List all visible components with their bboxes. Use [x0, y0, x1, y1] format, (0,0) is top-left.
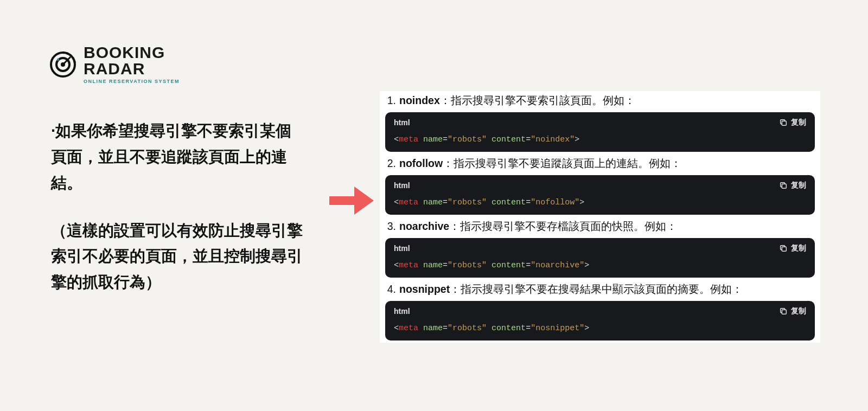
example-item: 1.noindex：指示搜尋引擎不要索引該頁面。例如： — [380, 91, 820, 110]
directive-desc: 指示搜尋引擎不要索引該頁面。例如： — [451, 94, 635, 106]
directive-name: nofollow — [399, 157, 443, 169]
copy-label: 复制 — [791, 181, 806, 190]
logo-tagline: ONLINE RESERVATION SYSTEM — [84, 79, 180, 84]
separator: ： — [449, 220, 460, 232]
copy-label: 复制 — [791, 306, 806, 316]
copy-button[interactable]: 复制 — [779, 118, 806, 127]
description-para-2: （這樣的設置可以有效防止搜尋引擎索引不必要的頁面，並且控制搜尋引擎的抓取行為） — [51, 218, 306, 296]
separator: ： — [450, 283, 461, 295]
copy-icon — [779, 244, 788, 253]
svg-rect-4 — [782, 121, 786, 125]
directive-name: nosnippet — [399, 283, 450, 295]
code-language-label: html — [394, 307, 410, 316]
copy-icon — [779, 181, 788, 190]
example-item: 3.noarchive：指示搜尋引擎不要存檔該頁面的快照。例如： — [380, 217, 820, 236]
svg-rect-7 — [782, 310, 786, 314]
directive-desc: 指示搜尋引擎不要存檔該頁面的快照。例如： — [460, 220, 677, 232]
copy-button[interactable]: 复制 — [779, 243, 806, 253]
logo-name: BOOKING RADAR — [84, 44, 180, 77]
item-number: 1. — [386, 94, 396, 107]
description-block: ·如果你希望搜尋引擎不要索引某個頁面，並且不要追蹤該頁面上的連結。 （這樣的設置… — [51, 118, 306, 296]
code-language-label: html — [394, 118, 410, 127]
example-item: 4.nosnippet：指示搜尋引擎不要在搜尋結果中顯示該頁面的摘要。例如： — [380, 280, 820, 299]
code-block: html 复制<meta name="robots" content="nosn… — [385, 301, 815, 341]
directive-name: noarchive — [399, 220, 449, 232]
radar-icon — [49, 50, 77, 79]
code-language-label: html — [394, 181, 410, 190]
separator: ： — [440, 94, 451, 106]
examples-panel: 1.noindex：指示搜尋引擎不要索引該頁面。例如：html 复制<meta … — [380, 91, 820, 343]
brand-logo: BOOKING RADAR ONLINE RESERVATION SYSTEM — [49, 44, 180, 84]
code-language-label: html — [394, 244, 410, 253]
item-number: 3. — [386, 220, 396, 233]
directive-desc: 指示搜尋引擎不要在搜尋結果中顯示該頁面的摘要。例如： — [461, 283, 743, 295]
copy-label: 复制 — [791, 243, 806, 253]
code-block: html 复制<meta name="robots" content="nofo… — [385, 175, 815, 215]
description-para-1: ·如果你希望搜尋引擎不要索引某個頁面，並且不要追蹤該頁面上的連結。 — [51, 118, 306, 196]
code-block: html 复制<meta name="robots" content="noin… — [385, 112, 815, 152]
svg-point-3 — [57, 58, 59, 60]
directive-desc: 指示搜尋引擎不要追蹤該頁面上的連結。例如： — [454, 157, 681, 169]
copy-button[interactable]: 复制 — [779, 181, 806, 190]
code-block: html 复制<meta name="robots" content="noar… — [385, 238, 815, 278]
copy-icon — [779, 118, 788, 127]
separator: ： — [443, 157, 454, 169]
item-number: 4. — [386, 283, 396, 296]
code-content: <meta name="robots" content="noarchive"> — [385, 258, 815, 278]
copy-label: 复制 — [791, 118, 806, 127]
code-content: <meta name="robots" content="nosnippet"> — [385, 320, 815, 341]
directive-name: noindex — [399, 94, 440, 106]
svg-rect-5 — [782, 184, 786, 188]
code-content: <meta name="robots" content="nofollow"> — [385, 195, 815, 215]
svg-rect-6 — [782, 247, 786, 251]
item-number: 2. — [386, 157, 396, 170]
arrow-right-icon — [328, 183, 375, 218]
copy-icon — [779, 307, 788, 316]
code-content: <meta name="robots" content="noindex"> — [385, 132, 815, 152]
example-item: 2.nofollow：指示搜尋引擎不要追蹤該頁面上的連結。例如： — [380, 154, 820, 173]
copy-button[interactable]: 复制 — [779, 306, 806, 316]
